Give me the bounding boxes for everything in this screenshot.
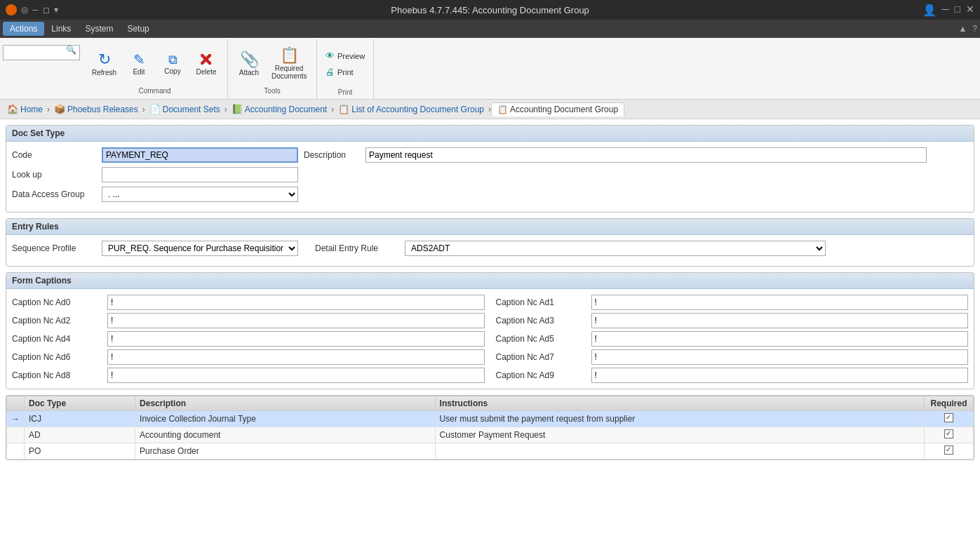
win-close[interactable]: ✕ bbox=[966, 4, 974, 17]
copy-button[interactable]: ⧉ Copy bbox=[157, 51, 188, 78]
bc-home[interactable]: 🏠 Home bbox=[3, 102, 47, 116]
caption-ad6-label: Caption Nc Ad6 bbox=[12, 352, 103, 362]
caption-ad0-input[interactable] bbox=[107, 295, 485, 310]
title-bar-icon1[interactable]: ◎ bbox=[21, 5, 28, 15]
attach-icon: 📎 bbox=[240, 52, 259, 67]
search-icon[interactable]: 🔍 bbox=[66, 45, 76, 55]
help-question-icon[interactable]: ? bbox=[972, 24, 977, 34]
required-documents-button[interactable]: 📋 Required Documents bbox=[267, 45, 311, 83]
document-table-body-rows: → ICJ Invoice Collection Journal Type Us… bbox=[7, 411, 974, 460]
bc-list-of-accounting-document-group[interactable]: 📋 List of Accounting Document Group bbox=[334, 102, 488, 116]
entry-rules-header: Entry Rules bbox=[6, 219, 974, 235]
detail-select[interactable]: ADS2ADT bbox=[405, 241, 826, 256]
document-table-header: Doc Type Description Instructions Requir… bbox=[7, 396, 974, 411]
data-access-select[interactable]: . ... bbox=[102, 187, 298, 202]
ribbon-command-section: ↻ Refresh ✎ Edit ⧉ Copy 🗙 Delete Command bbox=[82, 39, 228, 99]
caption-ad9-input[interactable] bbox=[591, 368, 969, 383]
lookup-input[interactable] bbox=[102, 167, 298, 182]
tools-buttons: 📎 Attach 📋 Required Documents bbox=[234, 42, 311, 86]
caption-ad1-label: Caption Nc Ad1 bbox=[496, 297, 587, 307]
description-input[interactable] bbox=[365, 147, 927, 163]
caption-ad4-cell: Caption Nc Ad4 bbox=[12, 331, 485, 347]
menu-links[interactable]: Links bbox=[44, 22, 78, 36]
ribbon-tools-section: 📎 Attach 📋 Required Documents Tools bbox=[228, 39, 317, 99]
row2-checkbox[interactable] bbox=[944, 429, 953, 438]
row3-doctype: PO bbox=[25, 443, 135, 460]
window-controls: 👤 ─ □ ✕ bbox=[922, 4, 974, 17]
caption-ad2-input[interactable] bbox=[107, 313, 485, 328]
sequence-select[interactable]: PUR_REQ. Sequence for Purchase Requisiti… bbox=[102, 241, 298, 256]
caption-ad9-label: Caption Nc Ad9 bbox=[496, 370, 587, 380]
title-bar-icon2[interactable]: ─ bbox=[32, 5, 39, 15]
caption-ad8-cell: Caption Nc Ad8 bbox=[12, 368, 485, 383]
breadcrumb: 🏠 Home › 📦 Phoebus Releases › 📄 Document… bbox=[0, 100, 980, 119]
menu-actions[interactable]: Actions bbox=[3, 22, 44, 36]
win-maximize[interactable]: □ bbox=[955, 4, 960, 17]
captions-grid: Caption Nc Ad0 Caption Nc Ad1 Caption Nc… bbox=[12, 295, 968, 383]
document-table-body: Doc Type Description Instructions Requir… bbox=[6, 396, 974, 460]
ribbon-search-area: 🔍 bbox=[3, 39, 76, 99]
row1-doctype: ICJ bbox=[25, 411, 135, 427]
preview-label: Preview bbox=[337, 52, 365, 60]
edit-button[interactable]: ✎ Edit bbox=[123, 50, 154, 79]
delete-label: Delete bbox=[196, 68, 217, 76]
home-icon: 🏠 bbox=[7, 104, 18, 114]
caption-ad1-input[interactable] bbox=[591, 295, 969, 310]
acc-grp-active-icon: 📋 bbox=[497, 105, 508, 114]
caption-ad2-label: Caption Nc Ad2 bbox=[12, 316, 103, 326]
content-area: Doc Set Type Code Description Look up Da… bbox=[0, 119, 980, 543]
ribbon: 🔍 ↻ Refresh ✎ Edit ⧉ Copy 🗙 Delete Comma… bbox=[0, 38, 980, 100]
menu-system[interactable]: System bbox=[78, 22, 120, 36]
title-bar: ◎ ─ ◻ ▾ Phoebus 4.7.7.445: Accounting Do… bbox=[0, 0, 980, 20]
code-input[interactable] bbox=[102, 147, 298, 163]
refresh-button[interactable]: ↻ Refresh bbox=[88, 49, 121, 79]
caption-ad6-input[interactable] bbox=[107, 349, 485, 365]
detail-label: Detail Entry Rule bbox=[315, 243, 399, 253]
menu-setup[interactable]: Setup bbox=[120, 22, 156, 36]
code-row: Code Description bbox=[12, 147, 968, 163]
caption-ad4-input[interactable] bbox=[107, 331, 485, 347]
help-up-icon[interactable]: ▲ bbox=[958, 24, 967, 34]
bc-docsets-label: Document Sets bbox=[163, 105, 220, 114]
caption-ad3-input[interactable] bbox=[591, 313, 969, 328]
preview-button[interactable]: 👁 Preview bbox=[323, 49, 368, 62]
caption-ad0-label: Caption Nc Ad0 bbox=[12, 297, 103, 307]
col-required: Required bbox=[925, 396, 974, 411]
bc-phoebus-releases[interactable]: 📦 Phoebus Releases bbox=[50, 102, 142, 116]
document-table: Doc Type Description Instructions Requir… bbox=[6, 396, 974, 460]
row1-required bbox=[925, 411, 974, 427]
row2-arrow bbox=[7, 427, 25, 443]
lookup-row: Look up bbox=[12, 167, 968, 182]
caption-ad5-input[interactable] bbox=[591, 331, 969, 347]
preview-icon: 👁 bbox=[325, 51, 335, 61]
caption-ad7-input[interactable] bbox=[591, 349, 969, 365]
row3-arrow bbox=[7, 443, 25, 460]
table-row[interactable]: AD Accounting document Customer Payment … bbox=[7, 427, 974, 443]
print-section-label: Print bbox=[323, 88, 368, 96]
print-button[interactable]: 🖨 Print bbox=[323, 65, 368, 79]
bc-accounting-document[interactable]: 📗 Accounting Document bbox=[227, 102, 331, 116]
col-arrow bbox=[7, 396, 25, 411]
win-minimize[interactable]: ─ bbox=[942, 4, 949, 17]
bc-active-label: Accounting Document Group bbox=[510, 105, 618, 114]
user-icon: 👤 bbox=[922, 4, 937, 17]
bc-document-sets[interactable]: 📄 Document Sets bbox=[145, 102, 224, 116]
table-row[interactable]: → ICJ Invoice Collection Journal Type Us… bbox=[7, 411, 974, 427]
edit-icon: ✎ bbox=[133, 53, 145, 67]
table-row[interactable]: PO Purchase Order bbox=[7, 443, 974, 460]
row1-checkbox[interactable] bbox=[944, 413, 953, 422]
caption-ad6-cell: Caption Nc Ad6 bbox=[12, 349, 485, 365]
row3-checkbox[interactable] bbox=[944, 445, 953, 455]
command-buttons: ↻ Refresh ✎ Edit ⧉ Copy 🗙 Delete bbox=[88, 42, 222, 86]
caption-ad8-label: Caption Nc Ad8 bbox=[12, 370, 103, 380]
caption-ad8-input[interactable] bbox=[107, 368, 485, 383]
delete-button[interactable]: 🗙 Delete bbox=[191, 50, 222, 79]
caption-ad3-label: Caption Nc Ad3 bbox=[496, 316, 587, 326]
title-bar-pin[interactable]: ◻ bbox=[43, 5, 50, 15]
bc-accounting-document-group: 📋 Accounting Document Group bbox=[491, 102, 624, 116]
document-table-section: Doc Type Description Instructions Requir… bbox=[6, 395, 974, 460]
tools-section-label: Tools bbox=[264, 87, 280, 96]
refresh-label: Refresh bbox=[92, 69, 116, 76]
attach-button[interactable]: 📎 Attach bbox=[234, 49, 264, 79]
doc-set-type-section: Doc Set Type Code Description Look up Da… bbox=[6, 125, 974, 213]
